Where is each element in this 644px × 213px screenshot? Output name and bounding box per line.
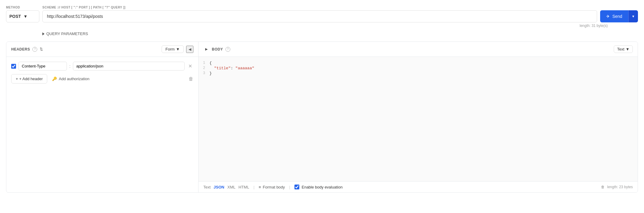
body-expand-icon[interactable]: ▶: [203, 46, 209, 52]
body-help-icon[interactable]: ?: [225, 47, 230, 52]
headers-sort-icon[interactable]: ⇅: [40, 47, 43, 51]
header-row: : ✕: [11, 62, 193, 70]
format-body-button[interactable]: ≡ Format body: [259, 185, 285, 189]
add-authorization-button[interactable]: 🔑 Add authorization: [52, 77, 89, 81]
headers-actions-row: + + Add header 🔑 Add authorization 🗑: [11, 74, 193, 84]
key-icon: 🔑: [52, 77, 57, 81]
format-body-label: Format body: [263, 185, 285, 189]
url-block: SCHEME :// HOST [ ":" PORT ] [ PATH [ "?…: [42, 6, 597, 22]
header-sep: :: [69, 64, 71, 69]
body-text-arrow: ▼: [626, 47, 629, 51]
body-title: BODY: [212, 47, 223, 51]
method-value: POST: [9, 14, 21, 19]
method-dropdown-arrow: ▼: [23, 14, 28, 19]
url-label: SCHEME :// HOST [ ":" PORT ] [ PATH [ "?…: [42, 6, 597, 9]
body-panel-header: ▶ BODY ? Text ▼: [199, 42, 638, 57]
body-footer: Text JSON XML HTML | ≡ Format body | Ena…: [199, 181, 638, 192]
json-colon: :: [231, 66, 235, 70]
footer-divider-2: |: [289, 185, 290, 189]
code-line-3: 3 }: [199, 71, 638, 76]
header-value-input[interactable]: [73, 62, 185, 70]
enable-eval-wrapper: Enable body evaluation: [294, 185, 343, 189]
headers-collapse-button[interactable]: ◀: [186, 46, 193, 53]
body-code-editor[interactable]: 1 { 2 "title": "aaaaaa" 3 }: [199, 57, 638, 181]
format-types: Text JSON XML HTML: [203, 185, 249, 189]
send-label: Send: [612, 14, 622, 19]
method-select[interactable]: POST ▼: [6, 10, 39, 22]
body-text-dropdown[interactable]: Text ▼: [614, 45, 633, 53]
add-header-label: + Add header: [19, 77, 43, 81]
format-json[interactable]: JSON: [214, 185, 224, 189]
line-number-3: 3: [199, 71, 209, 75]
line-content-1: {: [209, 61, 638, 65]
add-header-icon: +: [16, 77, 18, 81]
line-number-1: 1: [199, 61, 209, 65]
url-row: METHOD POST ▼ SCHEME :// HOST [ ":" PORT…: [6, 5, 638, 22]
headers-panel-body: : ✕ + + Add header 🔑 Add authorization 🗑: [6, 57, 198, 88]
send-dropdown-button[interactable]: ▼: [628, 10, 638, 22]
code-line-1: 1 {: [199, 61, 638, 66]
headers-form-button[interactable]: Form ▼: [162, 45, 184, 53]
enable-eval-checkbox[interactable]: [294, 185, 299, 189]
body-text-label: Text: [617, 47, 624, 51]
query-params-toggle[interactable]: QUERY PARAMETERS: [6, 29, 638, 38]
body-length-value: length: 23 bytes: [607, 185, 633, 189]
send-icon: ✈: [606, 14, 610, 19]
content-split: HEADERS ? ⇅ Form ▼ ◀ : ✕: [6, 41, 638, 193]
line-content-2: "title": "aaaaaa": [209, 66, 638, 70]
header-delete-icon[interactable]: ✕: [187, 63, 193, 69]
json-key-title: "title": [209, 66, 231, 70]
enable-eval-label: Enable body evaluation: [302, 185, 343, 189]
headers-help-icon[interactable]: ?: [32, 47, 37, 52]
headers-panel: HEADERS ? ⇅ Form ▼ ◀ : ✕: [6, 42, 199, 192]
format-xml[interactable]: XML: [227, 185, 235, 189]
headers-form-arrow: ▼: [176, 47, 180, 51]
send-block: ✈ Send ▼: [600, 5, 638, 22]
footer-divider-1: |: [253, 185, 254, 189]
add-auth-label: Add authorization: [59, 77, 89, 81]
app-container: METHOD POST ▼ SCHEME :// HOST [ ":" PORT…: [0, 0, 644, 213]
format-text[interactable]: Text: [203, 185, 211, 189]
method-block: METHOD POST ▼: [6, 6, 39, 22]
headers-delete-all-icon[interactable]: 🗑: [189, 76, 193, 82]
body-panel: ▶ BODY ? Text ▼ 1 { 2 "title": "a: [199, 42, 638, 192]
method-label: METHOD: [6, 6, 39, 9]
body-trash-icon[interactable]: 🗑: [601, 185, 605, 189]
format-body-icon: ≡: [259, 185, 261, 189]
add-header-button[interactable]: + + Add header: [11, 74, 47, 84]
line-number-2: 2: [199, 66, 209, 70]
url-input[interactable]: [42, 10, 597, 22]
query-params-arrow: [42, 32, 44, 35]
headers-panel-header: HEADERS ? ⇅ Form ▼ ◀: [6, 42, 198, 57]
format-html[interactable]: HTML: [238, 185, 249, 189]
query-params-label: QUERY PARAMETERS: [46, 31, 88, 36]
line-content-3: }: [209, 71, 638, 76]
body-length: 🗑 length: 23 bytes: [601, 185, 633, 189]
json-value-aaaaaa: "aaaaaa": [235, 66, 254, 70]
code-line-2: 2 "title": "aaaaaa": [199, 66, 638, 71]
headers-form-label: Form: [166, 47, 175, 51]
send-button[interactable]: ✈ Send: [600, 10, 628, 22]
headers-title: HEADERS: [11, 47, 30, 51]
url-length: length: 31 byte(s): [6, 24, 638, 28]
send-wrapper: ✈ Send ▼: [600, 10, 638, 22]
header-key-input[interactable]: [18, 62, 67, 70]
header-checkbox[interactable]: [11, 64, 16, 69]
